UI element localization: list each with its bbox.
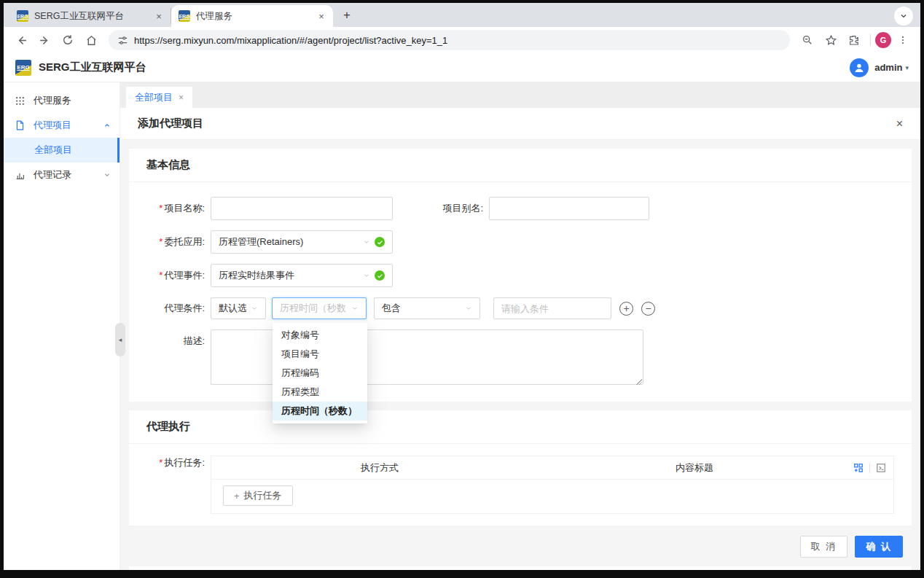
dropdown-option[interactable]: 历程类型 xyxy=(273,383,367,402)
tab-search-chevron-icon[interactable] xyxy=(894,7,913,26)
user-avatar-icon xyxy=(850,58,869,77)
col-content-title: 内容标题 xyxy=(548,461,841,474)
toolbar-right: G xyxy=(796,30,915,50)
sidebar-item-all-projects[interactable]: 全部项目 xyxy=(4,138,120,163)
drawer-close-icon[interactable]: × xyxy=(896,117,903,130)
condition-operator-value: 包含 xyxy=(382,302,461,315)
condition-default-select[interactable]: 默认选项 xyxy=(211,297,266,319)
tab-close-icon[interactable]: × xyxy=(316,10,327,22)
browser-tab-serg[interactable]: ERG SERG工业互联网平台 × xyxy=(9,8,171,24)
condition-field-placeholder: 历程时间（秒数） xyxy=(280,302,347,315)
drawer-header: 添加代理项目 × xyxy=(120,108,920,140)
sidebar-item-agent-records[interactable]: 代理记录 xyxy=(4,163,120,187)
page-tab-all-projects[interactable]: 全部项目 × xyxy=(126,87,192,108)
drawer-footer: 取 消 确 认 xyxy=(129,534,912,566)
task-table-header: 执行方式 内容标题 xyxy=(211,456,893,480)
sidebar-item-label: 代理记录 xyxy=(34,168,71,181)
drawer-body: 基本信息 *项目名称: 项目别名: *委托应用: xyxy=(120,140,920,570)
chevron-down-icon xyxy=(363,272,370,279)
row-app: *委托应用: 历程管理(Retainers) xyxy=(146,230,894,254)
chevron-down-icon xyxy=(251,305,258,312)
header-user-area[interactable]: admin ▾ xyxy=(850,58,909,77)
sidebar-item-label: 全部项目 xyxy=(34,144,72,157)
condition-field-select[interactable]: 历程时间（秒数） 对象编号 项目编号 历程编码 xyxy=(272,297,367,319)
condition-default-value: 默认选项 xyxy=(219,302,246,315)
browser-profile-avatar[interactable]: G xyxy=(875,32,891,48)
app-label: *委托应用: xyxy=(146,230,211,254)
bar-chart-icon xyxy=(15,171,26,180)
page-tab-close-icon[interactable]: × xyxy=(179,93,184,103)
file-icon xyxy=(15,120,26,130)
drawer-title: 添加代理项目 xyxy=(138,117,203,130)
app-title: SERG工业互联网平台 xyxy=(39,60,146,74)
event-select-value: 历程实时结果事件 xyxy=(219,269,359,282)
main-content: 全部项目 × 添加代理项目 × 基本信息 *项目名称: xyxy=(120,82,920,570)
app-logo: ERG xyxy=(15,60,31,76)
sidebar: 代理服务 代理项目 全部项目 代理记录 xyxy=(4,82,120,570)
agent-exec-title: 代理执行 xyxy=(129,410,912,444)
address-bar[interactable]: https://serg.mixyun.com/mixapplication/#… xyxy=(109,30,790,50)
app-select-value: 历程管理(Retainers) xyxy=(219,235,359,249)
condition-value-input[interactable] xyxy=(493,297,611,319)
plus-icon: + xyxy=(234,491,240,501)
divider xyxy=(870,34,871,46)
valid-check-icon xyxy=(375,270,385,281)
project-name-input[interactable] xyxy=(211,197,393,220)
tab-title: 代理服务 xyxy=(196,10,316,23)
dropdown-option[interactable]: 历程编码 xyxy=(273,364,367,383)
browser-tabstrip: ERG SERG工业互联网平台 × ERG 代理服务 × + xyxy=(4,3,920,27)
condition-label: 代理条件: xyxy=(146,297,211,319)
reload-icon[interactable] xyxy=(58,30,78,50)
remove-condition-icon[interactable]: − xyxy=(641,302,655,316)
chevron-down-icon xyxy=(351,305,359,312)
agent-exec-card: 代理执行 *执行任务: 执行方式 内容标题 xyxy=(129,410,912,526)
dropdown-option[interactable]: 项目编号 xyxy=(273,345,367,364)
extensions-icon[interactable] xyxy=(844,30,864,50)
tab-title: SERG工业互联网平台 xyxy=(34,10,153,23)
sidebar-collapse-handle[interactable]: ◂ xyxy=(115,323,125,356)
forward-icon[interactable] xyxy=(34,30,55,50)
grid-dots-icon xyxy=(15,96,26,106)
console-expand-icon[interactable] xyxy=(876,463,886,473)
project-alias-label: 项目别名: xyxy=(435,197,489,220)
project-alias-input[interactable] xyxy=(489,197,649,220)
browser-tab-agent[interactable]: ERG 代理服务 × xyxy=(171,5,333,27)
condition-operator-select[interactable]: 包含 xyxy=(374,297,480,319)
add-task-button[interactable]: + 执行任务 xyxy=(223,485,293,506)
row-condition: 代理条件: 默认选项 历程时间（秒数） xyxy=(146,297,894,319)
back-icon[interactable] xyxy=(11,30,31,50)
block-add-icon[interactable] xyxy=(853,463,864,473)
browser-menu-kebab-icon[interactable] xyxy=(893,30,913,50)
url-text: https://serg.mixyun.com/mixapplication/#… xyxy=(134,35,447,46)
browser-toolbar: https://serg.mixyun.com/mixapplication/#… xyxy=(4,27,920,53)
dropdown-option-selected[interactable]: 历程时间（秒数） xyxy=(273,402,367,421)
page-tab-label: 全部项目 xyxy=(135,91,173,104)
drawer-bottom-filler xyxy=(129,566,912,570)
zoom-icon[interactable] xyxy=(797,30,818,50)
basic-info-card: 基本信息 *项目名称: 项目别名: *委托应用: xyxy=(129,149,912,402)
basic-info-title: 基本信息 xyxy=(129,149,912,182)
app-select[interactable]: 历程管理(Retainers) xyxy=(211,230,393,254)
user-caret-icon: ▾ xyxy=(905,64,909,71)
home-icon[interactable] xyxy=(81,30,101,50)
task-table-body: + 执行任务 xyxy=(211,480,893,513)
sidebar-item-agent-service[interactable]: 代理服务 xyxy=(4,88,120,113)
chevron-down-icon xyxy=(103,171,111,179)
confirm-button[interactable]: 确 认 xyxy=(855,536,903,558)
row-description: 描述: xyxy=(146,329,894,387)
tab-close-icon[interactable]: × xyxy=(153,10,165,22)
bookmark-star-icon[interactable] xyxy=(821,30,841,50)
add-project-drawer: 添加代理项目 × 基本信息 *项目名称: 项目别名: xyxy=(120,108,920,570)
new-tab-button[interactable]: + xyxy=(337,6,356,25)
col-exec-method: 执行方式 xyxy=(211,461,548,474)
page-tabbar: 全部项目 × xyxy=(120,82,920,108)
event-select[interactable]: 历程实时结果事件 xyxy=(211,264,393,287)
sidebar-item-agent-project[interactable]: 代理项目 xyxy=(4,113,120,138)
add-condition-icon[interactable]: + xyxy=(619,302,633,316)
condition-field-dropdown: 对象编号 项目编号 历程编码 历程类型 历程时间（秒数） xyxy=(273,323,367,423)
row-event: *代理事件: 历程实时结果事件 xyxy=(146,264,894,287)
site-info-icon[interactable] xyxy=(117,35,128,46)
cancel-button[interactable]: 取 消 xyxy=(800,536,848,558)
dropdown-option[interactable]: 对象编号 xyxy=(273,326,367,345)
valid-check-icon xyxy=(375,237,385,247)
